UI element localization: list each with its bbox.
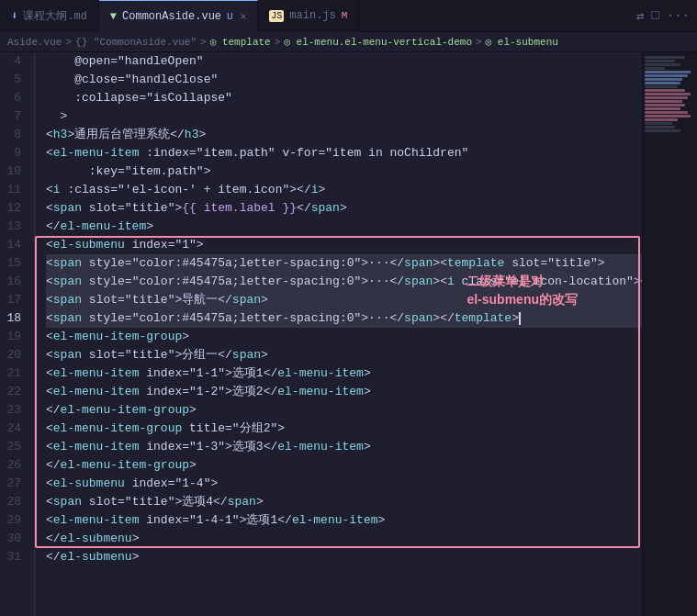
line-number-17: 17 (0, 291, 27, 309)
code-line-13: </el-menu-item> (46, 218, 642, 236)
code-line-7: > (46, 107, 642, 126)
line-number-22: 22 (0, 383, 27, 401)
line-number-20: 20 (0, 346, 27, 364)
editor: 4567891011121314151617181920212223242526… (0, 52, 697, 616)
line-number-23: 23 (0, 401, 27, 420)
breadcrumb-file: Aside.vue (7, 37, 62, 48)
code-line-9: <el-menu-item :index="item.path" v-for="… (46, 144, 642, 162)
tab-label: main.js (289, 9, 335, 22)
breadcrumb-elsubmenu: ◎ el-submenu (486, 36, 558, 48)
code-line-21: <el-menu-item index="1-1">选项1</el-menu-i… (46, 364, 642, 383)
code-line-19: <el-menu-item-group> (46, 328, 642, 346)
code-line-31: </el-submenu> (46, 548, 642, 566)
line-number-29: 29 (0, 511, 27, 530)
breadcrumb-component: {} "CommonAside.vue" (75, 37, 197, 48)
code-line-25: <el-menu-item index="1-3">选项3</el-menu-i… (46, 438, 642, 456)
line-number-13: 13 (0, 218, 27, 236)
code-area[interactable]: @open="handleOpen" @close="handleClose" … (35, 52, 642, 616)
annotation-text: 二级菜单是对el-submenu的改写 (467, 273, 578, 308)
line-number-25: 25 (0, 438, 27, 456)
code-line-6: :collapse="isCollapse" (46, 89, 642, 107)
code-line-11: <i :class="'el-icon-' + item.icon"></i> (46, 181, 642, 199)
line-number-10: 10 (0, 162, 27, 181)
code-line-15: <span style="color:#45475a;letter-spacin… (46, 254, 642, 273)
toggle-layout-icon[interactable]: □ (651, 8, 658, 23)
text-cursor (519, 312, 521, 325)
tab-курс[interactable]: ⬇ 课程大纲.md (0, 0, 99, 32)
line-number-4: 4 (0, 52, 27, 71)
line-number-11: 11 (0, 181, 27, 199)
line-number-16: 16 (0, 273, 27, 291)
code-line-14: <el-submenu index="1"> (46, 236, 642, 254)
line-number-6: 6 (0, 89, 27, 107)
breadcrumb-template: ◎ template (210, 36, 271, 48)
line-number-31: 31 (0, 548, 27, 566)
code-line-28: <span slot="title">选项4</span> (46, 493, 642, 511)
line-number-9: 9 (0, 144, 27, 162)
line-number-12: 12 (0, 199, 27, 218)
code-line-26: </el-menu-item-group> (46, 456, 642, 475)
tab-label: 课程大纲.md (23, 8, 87, 24)
more-options-icon[interactable]: ··· (667, 8, 690, 23)
line-number-19: 19 (0, 328, 27, 346)
line-number-18: 18 (0, 309, 27, 328)
code-line-8: <h3>通用后台管理系统</h3> (46, 126, 642, 144)
line-number-5: 5 (0, 71, 27, 89)
line-number-26: 26 (0, 456, 27, 475)
line-number-8: 8 (0, 126, 27, 144)
code-line-10: :key="item.path"> (46, 162, 642, 181)
minimap (642, 52, 697, 616)
tab-commonaside[interactable]: ▼ CommonAside.vue U ✕ (99, 0, 258, 32)
line-number-21: 21 (0, 364, 27, 383)
line-number-27: 27 (0, 475, 27, 493)
tab-close-button[interactable]: ✕ (241, 10, 247, 22)
tab-badge-u: U (227, 11, 233, 22)
line-number-24: 24 (0, 420, 27, 438)
code-line-12: <span slot="title">{{ item.label }}</spa… (46, 199, 642, 218)
code-line-23: </el-menu-item-group> (46, 401, 642, 420)
code-line-27: <el-submenu index="1-4"> (46, 475, 642, 493)
editor-toolbar: ⇄ □ ··· (636, 8, 697, 24)
line-number-15: 15 (0, 254, 27, 273)
tab-bar: ⬇ 课程大纲.md ▼ CommonAside.vue U ✕ JS main.… (0, 0, 697, 32)
code-line-22: <el-menu-item index="1-2">选项2</el-menu-i… (46, 383, 642, 401)
line-number-28: 28 (0, 493, 27, 511)
code-line-24: <el-menu-item-group title="分组2"> (46, 420, 642, 438)
tab-label: CommonAside.vue (122, 10, 221, 23)
tab-mainjs[interactable]: JS main.js M (258, 0, 359, 32)
breadcrumb: Aside.vue > {} "CommonAside.vue" > ◎ tem… (0, 32, 697, 52)
code-line-5: @close="handleClose" (46, 71, 642, 89)
line-numbers: 4567891011121314151617181920212223242526… (0, 52, 35, 616)
vue-icon: ▼ (110, 10, 117, 23)
breadcrumb-elmenu: ◎ el-menu.el-menu-vertical-demo (284, 36, 472, 48)
code-line-29: <el-menu-item index="1-4-1">选项1</el-menu… (46, 511, 642, 530)
line-number-30: 30 (0, 530, 27, 548)
line-number-14: 14 (0, 236, 27, 254)
code-line-20: <span slot="title">分组一</span> (46, 346, 642, 364)
md-icon: ⬇ (11, 9, 17, 23)
split-editor-icon[interactable]: ⇄ (636, 8, 644, 24)
code-line-18: <span style="color:#45475a;letter-spacin… (46, 309, 642, 328)
code-line-4: @open="handleOpen" (46, 52, 642, 71)
line-number-7: 7 (0, 107, 27, 126)
js-icon: JS (269, 10, 284, 22)
tab-badge-m: M (342, 10, 348, 21)
code-line-30: </el-submenu> (46, 530, 642, 548)
